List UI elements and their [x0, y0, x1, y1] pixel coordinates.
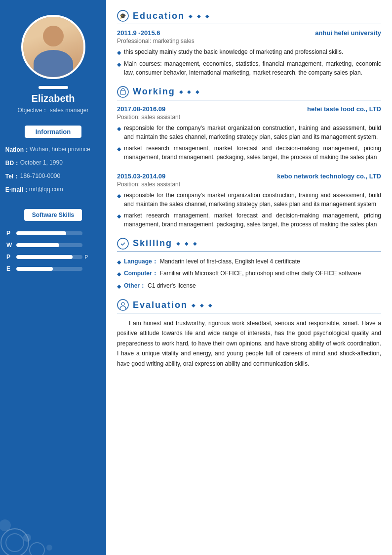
- skill-item-value: Mandarin level of first-class, English l…: [160, 257, 300, 266]
- svg-rect-9: [120, 90, 125, 94]
- info-value: October 1, 1990: [20, 159, 101, 166]
- svg-point-1: [6, 534, 24, 552]
- working-header: Working ◆ ◆ ◆: [117, 86, 381, 100]
- info-label: Tel：: [5, 172, 20, 181]
- evaluation-section: Evaluation ◆ ◆ ◆ I am honest and trustwo…: [117, 299, 381, 369]
- avatar: [21, 15, 85, 79]
- diamond-icon: ◆: [117, 145, 121, 153]
- working-entries: 2017.08-2016.09 hefei taste food co., LT…: [117, 105, 381, 229]
- svg-text:🎓: 🎓: [119, 12, 126, 19]
- info-value: 186-7100-0000: [20, 172, 101, 179]
- svg-point-4: [23, 534, 31, 542]
- working-dots: ◆ ◆ ◆: [179, 89, 201, 94]
- skill-bar-fill: [16, 267, 53, 271]
- info-table: Nation： Wuhan, hubei province BD： Octobe…: [5, 146, 101, 199]
- information-button[interactable]: Information: [25, 126, 82, 138]
- skill-end-label: P: [84, 255, 88, 260]
- skilling-title: Skilling: [133, 238, 172, 249]
- skill-item-label: Language：: [124, 257, 158, 266]
- info-label: Nation：: [5, 146, 30, 154]
- diamond-icon: ◆: [117, 48, 121, 57]
- education-icon: 🎓: [117, 10, 129, 22]
- working-entry: 2015.03-2014.09 kebo network technology …: [117, 172, 381, 229]
- main-content: 🎓 Education ◆ ◆ ◆ 2011.9 -2015.6 anhui h…: [106, 0, 392, 555]
- skill-bar-fill: [16, 243, 59, 247]
- name-bar: [39, 86, 68, 89]
- skilling-item: ◆ Language： Mandarin level of first-clas…: [117, 257, 381, 266]
- skill-bar-fill: [16, 231, 66, 235]
- skill-item-label: Computer：: [124, 269, 158, 278]
- entry-date: 2017.08-2016.09: [117, 105, 165, 113]
- entry-header: 2015.03-2014.09 kebo network technology …: [117, 172, 381, 180]
- bullet-text: Main courses: management, economics, sta…: [124, 59, 381, 77]
- skill-item-label: Other：: [124, 281, 146, 290]
- skilling-icon: [117, 238, 129, 250]
- skill-bar-fill: [16, 255, 73, 259]
- list-item: ◆responsible for the company's market or…: [117, 124, 381, 141]
- svg-point-12: [121, 302, 124, 305]
- evaluation-header: Evaluation ◆ ◆ ◆: [117, 299, 381, 313]
- entry-position: Position: sales assistant: [117, 181, 381, 188]
- sidebar: Elizabeth Objective： sales manager Infor…: [0, 0, 106, 555]
- skill-letter: P: [6, 230, 13, 237]
- working-entry: 2017.08-2016.09 hefei taste food co., LT…: [117, 105, 381, 162]
- decorative-circles: [0, 496, 106, 555]
- skill-row: P: [6, 230, 88, 237]
- info-value: Wuhan, hubei province: [30, 146, 101, 153]
- evaluation-text: I am honest and trustworthy, rigorous wo…: [117, 318, 381, 369]
- svg-point-8: [118, 86, 128, 97]
- diamond-icon: ◆: [117, 125, 121, 133]
- skill-bar-background: [16, 267, 82, 271]
- working-title: Working: [133, 86, 175, 97]
- skill-row: W: [6, 242, 88, 249]
- list-item: ◆market research management, market fore…: [117, 211, 381, 229]
- entry-position: Professional: marketing sales: [117, 38, 381, 44]
- working-icon: [117, 86, 129, 98]
- evaluation-icon: [117, 299, 129, 311]
- entry-org: anhui hefei university: [315, 29, 381, 37]
- info-row: BD： October 1, 1990: [5, 159, 101, 168]
- skilling-item: ◆ Computer： Familiar with Microsoft OFFI…: [117, 269, 381, 278]
- svg-point-11: [118, 299, 128, 310]
- candidate-name: Elizabeth: [32, 93, 75, 104]
- evaluation-title: Evaluation: [133, 300, 188, 310]
- info-row: Tel： 186-7100-0000: [5, 172, 101, 181]
- evaluation-dots: ◆ ◆ ◆: [192, 302, 214, 308]
- svg-point-10: [118, 238, 128, 249]
- skill-letter: W: [6, 242, 13, 249]
- education-entry: 2011.9 -2015.6 anhui hefei university Pr…: [117, 29, 381, 77]
- skill-item-value: Familiar with Microsoft OFFICE, photosho…: [160, 269, 361, 278]
- svg-point-5: [46, 545, 52, 551]
- info-value: mrf@qq.com: [29, 186, 101, 193]
- entry-org: hefei taste food co., LTD: [307, 105, 381, 113]
- skill-row: E: [6, 265, 88, 272]
- entry-date: 2015.03-2014.09: [117, 172, 165, 180]
- info-row: E-mail： mrf@qq.com: [5, 186, 101, 194]
- skill-letter: E: [6, 265, 13, 272]
- diamond-icon: ◆: [117, 192, 121, 200]
- bullet-text: market research management, market forec…: [124, 211, 381, 229]
- entry-org: kebo network technology co., LTD: [277, 172, 381, 180]
- bullet-list: ◆responsible for the company's market or…: [117, 191, 381, 229]
- education-title: Education: [133, 11, 185, 21]
- skilling-item: ◆ Other： C1 driver's license: [117, 281, 381, 291]
- list-item: ◆responsible for the company's market or…: [117, 191, 381, 209]
- skilling-dots: ◆ ◆ ◆: [176, 241, 198, 246]
- skill-bar-background: [16, 255, 82, 259]
- skilling-section: Skilling ◆ ◆ ◆ ◆ Language： Mandarin leve…: [117, 238, 381, 291]
- diamond-icon: ◆: [117, 60, 121, 69]
- working-section: Working ◆ ◆ ◆ 2017.08-2016.09 hefei tast…: [117, 86, 381, 229]
- bullet-list: ◆responsible for the company's market or…: [117, 124, 381, 162]
- skill-item-value: C1 driver's license: [148, 281, 196, 290]
- diamond-icon: ◆: [117, 212, 121, 220]
- entry-date: 2011.9 -2015.6: [117, 29, 160, 37]
- education-header: 🎓 Education ◆ ◆ ◆: [117, 10, 381, 24]
- software-skills-button[interactable]: Software Skills: [24, 209, 82, 221]
- diamond-icon: ◆: [117, 258, 121, 266]
- skill-row: P P: [6, 254, 88, 260]
- education-section: 🎓 Education ◆ ◆ ◆ 2011.9 -2015.6 anhui h…: [117, 10, 381, 77]
- entry-header: 2011.9 -2015.6 anhui hefei university: [117, 29, 381, 37]
- bullet-list: ◆this specialty mainly study the basic k…: [117, 47, 381, 77]
- candidate-objective: Objective： sales manager: [17, 106, 88, 115]
- skilling-header: Skilling ◆ ◆ ◆: [117, 238, 381, 252]
